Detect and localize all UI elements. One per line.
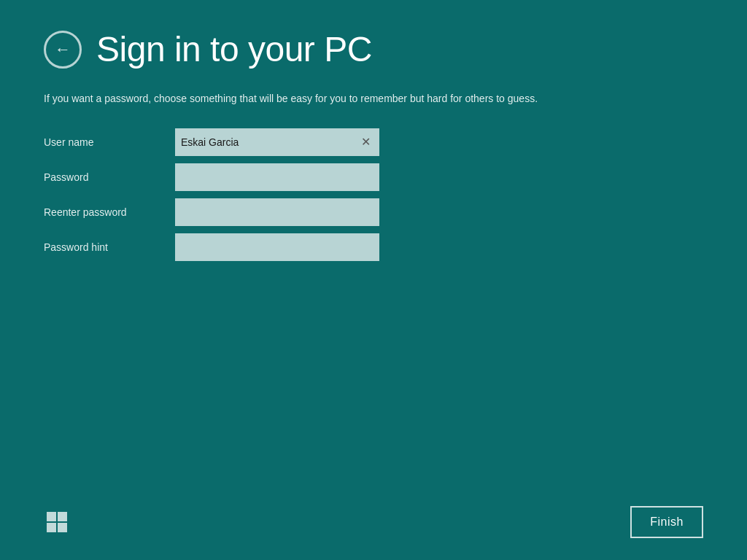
back-button[interactable]: ← [44,31,82,69]
reenter-password-label: Reenter password [44,206,175,218]
back-arrow-icon: ← [55,42,71,58]
reenter-password-row: Reenter password [44,198,703,226]
description-text: If you want a password, choose something… [44,91,703,106]
windows-logo-icon [47,512,67,532]
header: ← Sign in to your PC [44,29,703,69]
page-container: ← Sign in to your PC If you want a passw… [0,0,747,560]
reenter-password-input[interactable] [175,198,379,226]
username-input-wrapper: ✕ [175,128,379,156]
password-hint-label: Password hint [44,241,175,253]
username-label: User name [44,136,175,148]
clear-icon: ✕ [361,136,371,148]
password-input-wrapper [175,163,379,191]
page-title: Sign in to your PC [96,29,372,69]
form-container: User name ✕ Password Reenter password [44,128,703,268]
username-clear-button[interactable]: ✕ [358,135,374,149]
password-label: Password [44,171,175,183]
password-row: Password [44,163,703,191]
footer: Finish [44,506,703,538]
password-hint-input[interactable] [175,233,379,261]
username-input[interactable] [175,128,379,156]
password-hint-row: Password hint [44,233,703,261]
username-row: User name ✕ [44,128,703,156]
reenter-password-input-wrapper [175,198,379,226]
password-input[interactable] [175,163,379,191]
windows-logo [44,509,70,535]
finish-button[interactable]: Finish [630,506,703,538]
password-hint-input-wrapper [175,233,379,261]
